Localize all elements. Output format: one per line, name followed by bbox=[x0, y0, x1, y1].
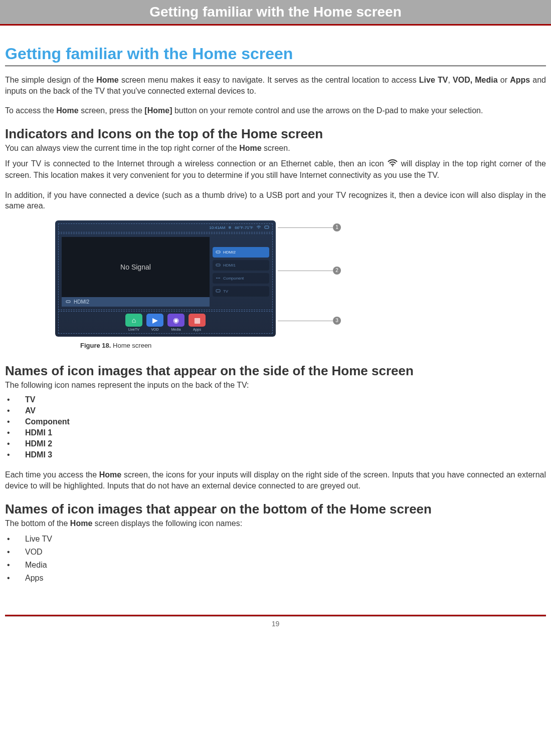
status-wifi-icon bbox=[256, 225, 261, 230]
app-tile-apps[interactable]: ▦Apps bbox=[189, 314, 206, 331]
bottom-icons-intro: The bottom of the Home screen displays t… bbox=[5, 518, 546, 529]
svg-rect-3 bbox=[66, 301, 70, 303]
no-signal-panel: No Signal bbox=[62, 237, 210, 297]
input-item-hdmi1[interactable]: HDMI1 bbox=[213, 260, 269, 271]
indicators-usb-text: In addition, if you have connected a dev… bbox=[5, 190, 546, 211]
tv-icon: ⌂ bbox=[125, 314, 142, 327]
svg-rect-5 bbox=[216, 264, 220, 266]
app-tile-media[interactable]: ◉Media bbox=[167, 314, 185, 331]
tv-screen: 10:41AM ❄ 66°F-71°F No Signal HDMI2 HDMI… bbox=[55, 220, 276, 337]
preview-column: No Signal HDMI2 bbox=[62, 237, 210, 307]
input-item-hdmi2[interactable]: HDMI2 bbox=[213, 247, 269, 258]
callout-line-3 bbox=[278, 321, 333, 321]
access-paragraph: To access the Home screen, press the [Ho… bbox=[5, 105, 546, 116]
list-item: Live TV bbox=[5, 533, 546, 546]
footer-rule bbox=[5, 615, 546, 617]
callout-badge-2: 2 bbox=[333, 267, 341, 275]
status-time: 10:41AM bbox=[209, 225, 225, 230]
input-item-component[interactable]: Component bbox=[213, 273, 269, 284]
indicators-wifi-text: If your TV is connected to the Internet … bbox=[5, 158, 546, 180]
indicators-heading: Indicators and Icons on the top of the H… bbox=[5, 126, 546, 142]
list-item: HDMI 2 bbox=[5, 438, 546, 449]
page-number: 19 bbox=[0, 620, 551, 628]
figure-caption: Figure 18. Home screen bbox=[80, 342, 546, 349]
input-item-tv[interactable]: TV bbox=[213, 286, 269, 297]
apps-icon: ▦ bbox=[189, 314, 206, 327]
callout-line-1 bbox=[278, 227, 333, 228]
callout-badge-3: 3 bbox=[333, 317, 341, 325]
list-item: HDMI 3 bbox=[5, 449, 546, 460]
current-input-badge: HDMI2 bbox=[62, 297, 210, 307]
figure-home-screen: 10:41AM ❄ 66°F-71°F No Signal HDMI2 HDMI… bbox=[55, 220, 376, 337]
tv-input-icon bbox=[216, 289, 221, 293]
svg-rect-9 bbox=[216, 290, 220, 292]
side-icons-desc: Each time you access the Home screen, th… bbox=[5, 469, 546, 491]
hdmi-icon bbox=[216, 263, 221, 267]
page-header: Getting familiar with the Home screen bbox=[0, 0, 551, 26]
svg-point-0 bbox=[392, 165, 393, 167]
svg-point-6 bbox=[216, 278, 217, 279]
main-title: Getting familiar with the Home screen bbox=[5, 45, 546, 66]
hdmi-icon bbox=[216, 250, 221, 254]
side-icons-list: TV AV Component HDMI 1 HDMI 2 HDMI 3 bbox=[5, 394, 546, 460]
list-item: Media bbox=[5, 559, 546, 572]
svg-point-8 bbox=[219, 278, 220, 279]
callout-badge-1: 1 bbox=[333, 223, 341, 231]
callout-line-2 bbox=[278, 271, 333, 271]
status-bar: 10:41AM ❄ 66°F-71°F bbox=[58, 223, 273, 232]
component-icon bbox=[216, 276, 221, 280]
intro-paragraph-1: The simple design of the Home screen men… bbox=[5, 75, 546, 96]
mid-area: No Signal HDMI2 HDMI2 HDMI1 Component TV bbox=[58, 233, 273, 310]
svg-point-7 bbox=[218, 278, 219, 279]
bottom-bar: ⌂LiveTV ▶VOD ◉Media ▦Apps bbox=[58, 311, 273, 334]
svg-point-1 bbox=[258, 228, 259, 229]
app-tile-vod[interactable]: ▶VOD bbox=[146, 314, 163, 331]
list-item: TV bbox=[5, 394, 546, 405]
app-tile-livetv[interactable]: ⌂LiveTV bbox=[125, 314, 142, 331]
list-item: Apps bbox=[5, 572, 546, 585]
inputs-column: HDMI2 HDMI1 Component TV bbox=[213, 237, 269, 307]
indicators-time-text: You can always view the current time in … bbox=[5, 143, 546, 154]
list-item: AV bbox=[5, 405, 546, 416]
page-header-title: Getting familiar with the Home screen bbox=[149, 4, 402, 20]
title-underline bbox=[5, 66, 546, 67]
svg-rect-2 bbox=[265, 226, 269, 228]
list-item: HDMI 1 bbox=[5, 427, 546, 438]
status-temp: 66°F-71°F bbox=[235, 225, 253, 230]
hdmi-icon bbox=[66, 300, 71, 304]
weather-icon: ❄ bbox=[228, 225, 232, 230]
bottom-icons-heading: Names of icon images that appear on the … bbox=[5, 501, 546, 517]
list-item: Component bbox=[5, 416, 546, 427]
side-icons-intro: The following icon names represent the i… bbox=[5, 380, 546, 391]
list-item: VOD bbox=[5, 546, 546, 559]
bottom-icons-list: Live TV VOD Media Apps bbox=[5, 533, 546, 585]
svg-rect-4 bbox=[216, 251, 220, 253]
status-input-icon bbox=[264, 225, 269, 230]
wifi-icon bbox=[387, 159, 398, 170]
media-icon: ◉ bbox=[167, 314, 185, 327]
play-icon: ▶ bbox=[146, 314, 163, 327]
side-icons-heading: Names of icon images that appear on the … bbox=[5, 363, 546, 379]
